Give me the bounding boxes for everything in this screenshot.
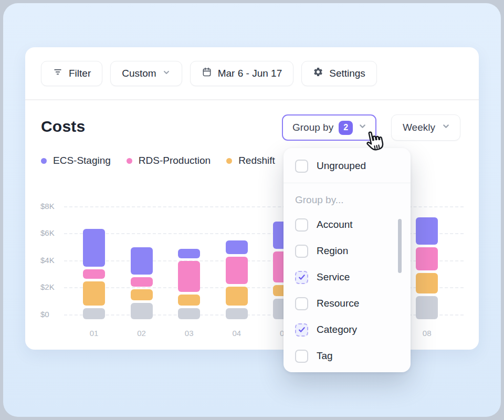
dropdown-item-label: Account (317, 219, 353, 230)
bar-segment[interactable] (178, 308, 200, 319)
y-axis-label: $2K (40, 282, 55, 291)
bar-segment[interactable] (226, 257, 248, 284)
x-axis-label: 01 (83, 329, 105, 338)
bar-segment[interactable] (416, 296, 438, 319)
dropdown-item-tag[interactable]: Tag (295, 348, 333, 364)
x-axis-label: 08 (416, 329, 438, 338)
dropdown-item-label: Tag (317, 350, 333, 362)
dropdown-item-label: Service (317, 271, 350, 283)
bar-segment[interactable] (226, 308, 248, 319)
bar-segment[interactable] (131, 277, 153, 287)
dropdown-item-label: Category (317, 324, 357, 335)
screen: Filter Custom Mar 6 - Jun 17 Settings (0, 0, 504, 420)
dropdown-item-label: Region (317, 245, 348, 257)
y-axis-label: $6K (40, 228, 55, 237)
dropdown-item-resource[interactable]: Resource (295, 295, 359, 312)
dropdown-item-account[interactable]: Account (295, 216, 353, 233)
bar-segment[interactable] (131, 303, 153, 319)
checkbox[interactable] (295, 160, 308, 173)
dropdown-item-service[interactable]: Service (295, 269, 350, 286)
dropdown-item-category[interactable]: Category (295, 321, 357, 338)
x-axis-label: 04 (226, 329, 248, 338)
dropdown-item-ungrouped[interactable]: Ungrouped (295, 158, 366, 174)
checkbox[interactable] (295, 350, 308, 363)
checkbox[interactable] (295, 297, 308, 310)
bar-segment[interactable] (83, 308, 105, 319)
bar-segment[interactable] (178, 249, 200, 258)
x-axis-label: 02 (131, 329, 153, 338)
divider (284, 183, 411, 183)
stacked-bar-chart: $8K$6K$4K$2K$00102030405060708 (25, 47, 479, 350)
y-axis-label: $4K (40, 256, 55, 265)
dropdown-item-label: Ungrouped (317, 160, 366, 172)
x-axis-label: 03 (178, 329, 200, 338)
bar-segment[interactable] (131, 289, 153, 300)
checkbox[interactable] (295, 271, 308, 284)
dropdown-item-region[interactable]: Region (295, 243, 348, 259)
bar-segment[interactable] (83, 229, 105, 267)
bar-segment[interactable] (416, 273, 438, 293)
dropdown-scrollbar[interactable] (398, 219, 402, 273)
checkbox[interactable] (295, 323, 308, 337)
bar-segment[interactable] (83, 281, 105, 306)
checkbox[interactable] (295, 245, 308, 258)
group-by-dropdown: Ungrouped Group by... Account Region Ser… (284, 148, 411, 372)
bar-segment[interactable] (178, 261, 200, 292)
bar-segment[interactable] (226, 240, 248, 254)
bar-segment[interactable] (226, 287, 248, 306)
y-axis-label: $8K (40, 202, 55, 211)
bar-segment[interactable] (416, 217, 438, 245)
dropdown-item-label: Resource (317, 298, 359, 309)
bar-segment[interactable] (416, 247, 438, 270)
y-axis-label: $0 (40, 310, 49, 319)
bar-segment[interactable] (131, 247, 153, 275)
dropdown-section-label: Group by... (295, 194, 344, 206)
costs-card: Filter Custom Mar 6 - Jun 17 Settings (25, 47, 479, 350)
checkbox[interactable] (295, 218, 308, 232)
bar-segment[interactable] (178, 295, 200, 306)
bar-segment[interactable] (83, 269, 105, 279)
